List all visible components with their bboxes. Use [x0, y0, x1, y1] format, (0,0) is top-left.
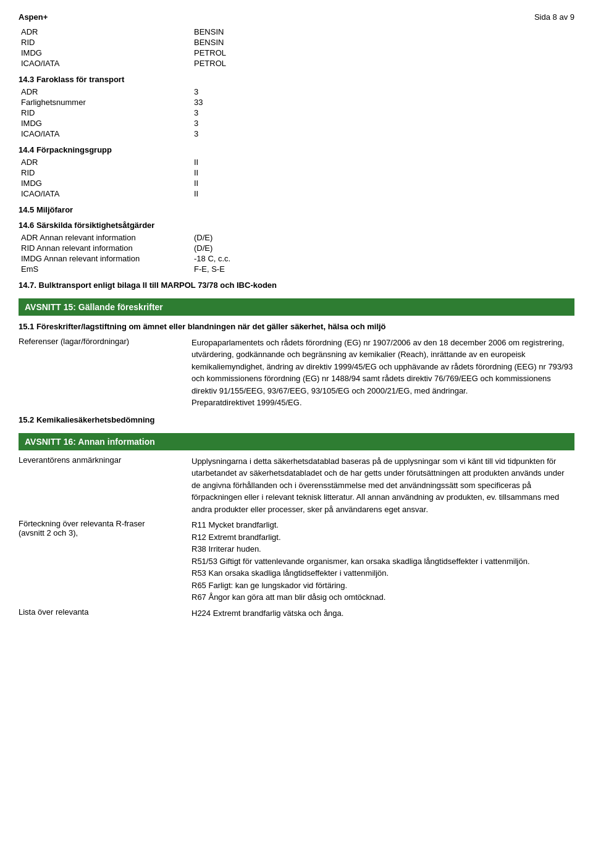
row-value: 33	[191, 97, 574, 107]
row-value: (D/E)	[191, 243, 574, 253]
forteckning-line: R51/53 Giftigt för vattenlevande organis…	[191, 555, 574, 568]
references-label: Referenser (lagar/förordningar)	[19, 337, 191, 409]
leverantor-block: Leverantörens anmärkningar Upplysningarn…	[19, 455, 574, 516]
table-row: ICAO/IATA3	[19, 129, 574, 139]
section-14-4-table: ADRIIRIDIIIMDGIIICAO/IATAII	[19, 157, 574, 199]
forteckning-line: R65 Farligt: kan ge lungskador vid förtä…	[191, 579, 574, 592]
references-text-main: Europaparlamentets och rådets förordning…	[191, 338, 573, 395]
transport-mode-row: RIDBENSIN	[19, 37, 574, 48]
row-value: 3	[191, 107, 574, 118]
section-14-3-heading: 14.3 Faroklass för transport	[19, 75, 574, 84]
transport-mode-label: ICAO/IATA	[19, 58, 191, 69]
page-header: Aspen+ Sida 8 av 9	[19, 12, 574, 22]
transport-mode-row: ICAO/IATAPETROL	[19, 58, 574, 69]
table-row: EmSF-E, S-E	[19, 264, 574, 274]
forteckning-label-text: Förteckning över relevanta R-fraser(avsn…	[19, 519, 145, 537]
row-label: IMDG	[19, 178, 191, 188]
transport-mode-label: RID	[19, 37, 191, 48]
transport-mode-value: PETROL	[191, 58, 574, 69]
table-row: ICAO/IATAII	[19, 188, 574, 199]
table-row: ADR3	[19, 86, 574, 97]
table-row: IMDGII	[19, 178, 574, 188]
section-14-4-heading: 14.4 Förpackningsgrupp	[19, 145, 574, 154]
lista-value: H224 Extremt brandfarlig vätska och ånga…	[191, 607, 574, 620]
table-row: ADRII	[19, 157, 574, 167]
transport-modes-table: ADRBENSINRIDBENSINIMDGPETROLICAO/IATAPET…	[19, 27, 574, 69]
row-value: 3	[191, 86, 574, 97]
forteckning-line: R53 Kan orsaka skadliga långtidseffekter…	[191, 567, 574, 579]
forteckning-line: R12 Extremt brandfarligt.	[191, 531, 574, 544]
table-row: RID3	[19, 107, 574, 118]
table-row: RID Annan relevant information(D/E)	[19, 243, 574, 253]
section-14-6-table: ADR Annan relevant information(D/E)RID A…	[19, 232, 574, 274]
section-14-5-heading: 14.5 Miljöfaror	[19, 205, 574, 214]
lista-block: Lista över relevanta H224 Extremt brandf…	[19, 607, 574, 620]
section-14-6-heading: 14.6 Särskilda försiktighetsåtgärder	[19, 221, 574, 230]
forteckning-lines: R11 Mycket brandfarligt.R12 Extremt bran…	[191, 519, 574, 604]
row-value: II	[191, 178, 574, 188]
page-number: Sida 8 av 9	[534, 12, 574, 22]
transport-mode-value: BENSIN	[191, 37, 574, 48]
leverantor-label: Leverantörens anmärkningar	[19, 455, 191, 516]
row-label: EmS	[19, 264, 191, 274]
transport-mode-row: ADRBENSIN	[19, 27, 574, 37]
leverantor-text: Upplysningarna i detta säkerhetsdatablad…	[191, 455, 574, 516]
row-label: Farlighetsnummer	[19, 97, 191, 107]
row-value: 3	[191, 118, 574, 129]
forteckning-line: R38 Irriterar huden.	[191, 543, 574, 555]
section-15-1-heading: 15.1 Föreskrifter/lagstiftning om ämnet …	[19, 321, 574, 333]
section-14-7-heading: 14.7. Bulktransport enligt bilaga II til…	[19, 280, 574, 290]
references-text-2: Preparatdirektivet 1999/45/EG.	[191, 398, 302, 407]
row-label: RID Annan relevant information	[19, 243, 191, 253]
banner-section-16: AVSNITT 16: Annan information	[19, 433, 574, 450]
row-label: ICAO/IATA	[19, 188, 191, 199]
transport-mode-value: PETROL	[191, 48, 574, 58]
table-row: IMDG3	[19, 118, 574, 129]
references-block: Referenser (lagar/förordningar) Europapa…	[19, 337, 574, 409]
row-value: II	[191, 167, 574, 178]
table-row: IMDG Annan relevant information-18 C, c.…	[19, 253, 574, 264]
transport-mode-label: IMDG	[19, 48, 191, 58]
table-row: ADR Annan relevant information(D/E)	[19, 232, 574, 243]
row-value: II	[191, 157, 574, 167]
transport-mode-value: BENSIN	[191, 27, 574, 37]
row-value: -18 C, c.c.	[191, 253, 574, 264]
table-row: RIDII	[19, 167, 574, 178]
row-label: IMDG Annan relevant information	[19, 253, 191, 264]
section-15-2-heading: 15.2 Kemikaliesäkerhetsbedömning	[19, 415, 574, 424]
transport-modes-section: ADRBENSINRIDBENSINIMDGPETROLICAO/IATAPET…	[19, 27, 574, 69]
table-row: Farlighetsnummer33	[19, 97, 574, 107]
transport-mode-row: IMDGPETROL	[19, 48, 574, 58]
row-label: IMDG	[19, 118, 191, 129]
row-label: ADR	[19, 86, 191, 97]
row-label: RID	[19, 167, 191, 178]
row-value: (D/E)	[191, 232, 574, 243]
forteckning-label: Förteckning över relevanta R-fraser(avsn…	[19, 519, 191, 604]
app-name: Aspen+	[19, 12, 48, 22]
forteckning-line: R67 Ångor kan göra att man blir dåsig oc…	[191, 591, 574, 604]
row-label: ICAO/IATA	[19, 129, 191, 139]
row-label: RID	[19, 107, 191, 118]
references-text: Europaparlamentets och rådets förordning…	[191, 337, 574, 409]
row-value: 3	[191, 129, 574, 139]
section-14-3-table: ADR3Farlighetsnummer33RID3IMDG3ICAO/IATA…	[19, 86, 574, 139]
row-value: II	[191, 188, 574, 199]
row-label: ADR Annan relevant information	[19, 232, 191, 243]
transport-mode-label: ADR	[19, 27, 191, 37]
row-label: ADR	[19, 157, 191, 167]
banner-section-15: AVSNITT 15: Gällande föreskrifter	[19, 298, 574, 316]
forteckning-block: Förteckning över relevanta R-fraser(avsn…	[19, 519, 574, 604]
forteckning-line: R11 Mycket brandfarligt.	[191, 519, 574, 531]
row-value: F-E, S-E	[191, 264, 574, 274]
lista-label: Lista över relevanta	[19, 607, 191, 620]
